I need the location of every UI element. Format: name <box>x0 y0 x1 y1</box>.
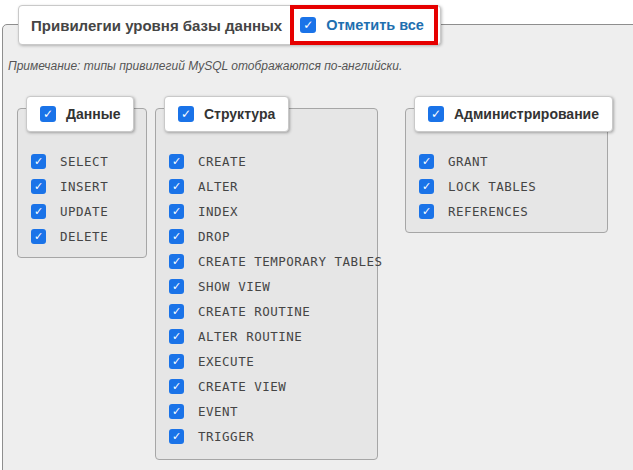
group-structure-checkbox-icon[interactable]: ✓ <box>178 106 194 122</box>
privilege-row[interactable]: ✓EXECUTE <box>169 354 383 369</box>
privilege-checkbox-icon[interactable]: ✓ <box>169 404 184 419</box>
privilege-label: DELETE <box>60 229 108 244</box>
privilege-row[interactable]: ✓DELETE <box>31 229 108 244</box>
privilege-label: SELECT <box>60 154 108 169</box>
privilege-checkbox-icon[interactable]: ✓ <box>169 229 184 244</box>
privilege-label: UPDATE <box>60 204 108 219</box>
privilege-row[interactable]: ✓GRANT <box>419 154 536 169</box>
privilege-checkbox-icon[interactable]: ✓ <box>169 204 184 219</box>
privilege-checkbox-icon[interactable]: ✓ <box>169 329 184 344</box>
group-structure: ✓ Структура ✓CREATE✓ALTER✓INDEX✓DROP✓CRE… <box>155 108 378 460</box>
group-administration-label: Администрирование <box>454 106 599 122</box>
privilege-label: EVENT <box>198 404 238 419</box>
privilege-checkbox-icon[interactable]: ✓ <box>169 354 184 369</box>
privilege-row[interactable]: ✓SHOW VIEW <box>169 279 383 294</box>
privilege-label: ALTER <box>198 179 238 194</box>
privilege-checkbox-icon[interactable]: ✓ <box>419 204 434 219</box>
privilege-row[interactable]: ✓CREATE <box>169 154 383 169</box>
privilege-label: REFERENCES <box>448 204 528 219</box>
privilege-checkbox-icon[interactable]: ✓ <box>169 379 184 394</box>
privilege-row[interactable]: ✓REFERENCES <box>419 204 536 219</box>
privilege-checkbox-icon[interactable]: ✓ <box>31 204 46 219</box>
group-administration-list: ✓GRANT✓LOCK TABLES✓REFERENCES <box>419 154 536 219</box>
privilege-label: CREATE ROUTINE <box>198 304 310 319</box>
privilege-label: CREATE TEMPORARY TABLES <box>198 254 383 269</box>
privilege-checkbox-icon[interactable]: ✓ <box>169 429 184 444</box>
privilege-checkbox-icon[interactable]: ✓ <box>419 179 434 194</box>
privilege-row[interactable]: ✓INSERT <box>31 179 108 194</box>
privilege-label: INDEX <box>198 204 238 219</box>
group-data-checkbox-icon[interactable]: ✓ <box>40 106 56 122</box>
check-all-highlight-box[interactable]: ✓ Отметить все <box>290 5 438 45</box>
privilege-label: EXECUTE <box>198 354 254 369</box>
group-data-list: ✓SELECT✓INSERT✓UPDATE✓DELETE <box>31 154 108 244</box>
privilege-label: SHOW VIEW <box>198 279 270 294</box>
privilege-label: ALTER ROUTINE <box>198 329 302 344</box>
privilege-label: DROP <box>198 229 230 244</box>
privilege-row[interactable]: ✓ALTER <box>169 179 383 194</box>
privilege-row[interactable]: ✓CREATE VIEW <box>169 379 383 394</box>
group-structure-label: Структура <box>204 106 275 122</box>
check-all-checkbox-icon[interactable]: ✓ <box>300 17 316 33</box>
privilege-label: LOCK TABLES <box>448 179 536 194</box>
group-structure-legend[interactable]: ✓ Структура <box>164 96 289 132</box>
group-data-legend[interactable]: ✓ Данные <box>26 96 134 132</box>
privilege-checkbox-icon[interactable]: ✓ <box>169 179 184 194</box>
privilege-row[interactable]: ✓UPDATE <box>31 204 108 219</box>
privilege-checkbox-icon[interactable]: ✓ <box>31 154 46 169</box>
privilege-label: TRIGGER <box>198 429 254 444</box>
privilege-label: INSERT <box>60 179 108 194</box>
privilege-checkbox-icon[interactable]: ✓ <box>31 179 46 194</box>
privilege-checkbox-icon[interactable]: ✓ <box>31 229 46 244</box>
privilege-checkbox-icon[interactable]: ✓ <box>169 279 184 294</box>
privilege-row[interactable]: ✓ALTER ROUTINE <box>169 329 383 344</box>
group-data-label: Данные <box>66 106 120 122</box>
privilege-checkbox-icon[interactable]: ✓ <box>169 154 184 169</box>
privilege-row[interactable]: ✓TRIGGER <box>169 429 383 444</box>
privilege-row[interactable]: ✓LOCK TABLES <box>419 179 536 194</box>
group-structure-list: ✓CREATE✓ALTER✓INDEX✓DROP✓CREATE TEMPORAR… <box>169 154 383 444</box>
page-title: Привилегии уровня базы данных <box>31 17 282 34</box>
privilege-checkbox-icon[interactable]: ✓ <box>169 304 184 319</box>
privilege-row[interactable]: ✓EVENT <box>169 404 383 419</box>
privilege-checkbox-icon[interactable]: ✓ <box>419 154 434 169</box>
group-administration: ✓ Администрирование ✓GRANT✓LOCK TABLES✓R… <box>405 108 608 233</box>
check-all-label[interactable]: Отметить все <box>326 17 424 33</box>
group-data: ✓ Данные ✓SELECT✓INSERT✓UPDATE✓DELETE <box>17 108 147 258</box>
privilege-row[interactable]: ✓SELECT <box>31 154 108 169</box>
privilege-row[interactable]: ✓INDEX <box>169 204 383 219</box>
mysql-note: Примечание: типы привилегий MySQL отобра… <box>8 59 402 73</box>
privilege-label: CREATE <box>198 154 246 169</box>
group-administration-legend[interactable]: ✓ Администрирование <box>414 96 613 132</box>
privileges-legend: Привилегии уровня базы данных ✓ Отметить… <box>18 5 441 45</box>
privilege-row[interactable]: ✓DROP <box>169 229 383 244</box>
privilege-label: CREATE VIEW <box>198 379 286 394</box>
privilege-row[interactable]: ✓CREATE TEMPORARY TABLES <box>169 254 383 269</box>
privilege-checkbox-icon[interactable]: ✓ <box>169 254 184 269</box>
privilege-label: GRANT <box>448 154 488 169</box>
group-administration-checkbox-icon[interactable]: ✓ <box>428 106 444 122</box>
privilege-row[interactable]: ✓CREATE ROUTINE <box>169 304 383 319</box>
